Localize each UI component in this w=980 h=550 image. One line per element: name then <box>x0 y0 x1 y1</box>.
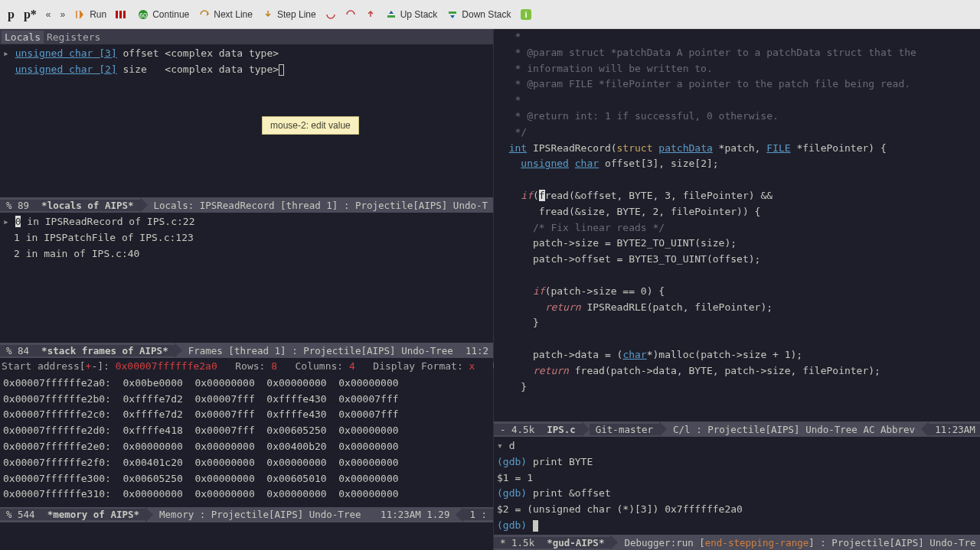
code-pane[interactable]: * * @param struct *patchData A pointer t… <box>494 29 980 421</box>
ml-percent: % 84 <box>0 345 35 356</box>
code-line: int IPSReadRecord(struct patchData *patc… <box>497 141 980 157</box>
break-icon[interactable] <box>116 9 128 20</box>
step-instruction-icon[interactable] <box>325 9 336 20</box>
code-line: } <box>497 379 980 395</box>
continue-icon: 60 <box>137 8 149 21</box>
toolbar: p p* « » Run 60 Continue Next Line Step … <box>0 0 980 29</box>
memory-row: 0x00007ffffffe2a0: 0x00be0000 0x00000000… <box>3 376 493 392</box>
left-caret-icon[interactable]: « <box>46 9 51 20</box>
locals-row[interactable]: unsigned char [2] size <complex data typ… <box>3 62 493 78</box>
code-line: */ <box>497 125 980 141</box>
ml-git: Git-master <box>590 424 659 435</box>
ml-pos: 1 : <box>463 509 493 520</box>
svg-rect-1 <box>119 11 122 18</box>
ml-time: 11:23AM 1.29 <box>929 424 980 435</box>
ml-context: C/l : Projectile[AIPS] Undo-Tree AC Abbr… <box>667 424 921 435</box>
up-stack-button[interactable]: Up Stack <box>385 8 438 21</box>
run-button[interactable]: Run <box>74 8 106 21</box>
edit-value-tooltip: mouse-2: edit value <box>262 116 359 135</box>
memory-config-row: Start address[+-]: 0x00007ffffffe2a0 Row… <box>0 358 493 376</box>
code-line: * @param struct *patchData A pointer to … <box>497 45 980 61</box>
memory-row: 0x00007ffffffe2f0: 0x00401c20 0x00000000… <box>3 455 493 471</box>
code-line <box>497 268 980 284</box>
next-line-label: Next Line <box>214 9 253 20</box>
down-stack-button[interactable]: Down Stack <box>446 8 511 21</box>
svg-rect-2 <box>123 11 126 18</box>
info-icon[interactable]: i <box>520 8 532 21</box>
next-line-icon <box>198 8 211 21</box>
memory-row: 0x00007ffffffe2e0: 0x00000000 0x00000000… <box>3 439 493 455</box>
up-stack-icon <box>385 8 397 21</box>
ml-time: 11:2 <box>459 345 493 356</box>
ml-context: Debugger:run [end-stepping-range] : Proj… <box>618 537 980 548</box>
svg-text:i: i <box>525 10 528 19</box>
step-line-icon <box>262 8 274 21</box>
next-instruction-icon[interactable] <box>345 9 356 20</box>
modeline-gdb: * 1.5k *gud-AIPS* Debugger:run [end-step… <box>494 535 980 550</box>
locals-row[interactable]: ▸ unsigned char [3] offset <complex data… <box>3 46 493 62</box>
finish-icon[interactable] <box>365 9 376 20</box>
memory-row: 0x00007ffffffe2c0: 0xffffe7d2 0x00007fff… <box>3 407 493 423</box>
modeline-stack: % 84 *stack frames of AIPS* Frames [thre… <box>0 343 493 358</box>
code-line: if(fread(&offset, BYTE, 3, filePointer) … <box>497 188 980 204</box>
locals-tabbar: Locals Registers <box>0 29 493 44</box>
down-stack-label: Down Stack <box>462 9 511 20</box>
locals-pane: ▸ unsigned char [3] offset <complex data… <box>0 44 493 197</box>
ml-time: 11:23AM 1.29 <box>374 509 456 520</box>
step-line-label: Step Line <box>277 9 316 20</box>
memory-row: 0x00007ffffffe300: 0x00605250 0x00000000… <box>3 471 493 487</box>
step-line-button[interactable]: Step Line <box>262 8 316 21</box>
code-line: * @param FILE *filePointer a pointer to … <box>497 76 980 93</box>
stack-frame-row[interactable]: 1 in IPSPatchFile of IPS.c:123 <box>3 230 493 246</box>
continue-label: Continue <box>152 9 189 20</box>
right-caret-icon[interactable]: » <box>60 9 66 20</box>
gdb-pane[interactable]: ▾ d (gdb) print BYTE $1 = 1 (gdb) print … <box>494 437 980 535</box>
down-stack-icon <box>446 8 459 21</box>
stack-frame-row[interactable]: 2 in main of IPS.c:40 <box>3 246 493 262</box>
memory-row: 0x00007ffffffe2d0: 0xffffe418 0x00007fff… <box>3 423 493 439</box>
powerline-pstar-icon[interactable]: p* <box>24 8 37 21</box>
ml-title: *gud-AIPS* <box>541 537 610 548</box>
stack-frame-row[interactable]: ▸ 0 in IPSReadRecord of IPS.c:22 <box>3 214 493 230</box>
code-line: fread(&size, BYTE, 2, filePointer)) { <box>497 204 980 220</box>
run-label: Run <box>90 9 106 20</box>
stack-pane: ▸ 0 in IPSReadRecord of IPS.c:22 1 in IP… <box>0 213 493 343</box>
ml-context: Locals: IPSReadRecord [thread 1] : Proje… <box>148 200 493 211</box>
svg-rect-6 <box>449 11 456 14</box>
memory-pane: 0x00007ffffffe2a0: 0x00be0000 0x00000000… <box>0 376 493 507</box>
run-icon <box>74 8 87 21</box>
ml-percent: - 4.5k <box>494 424 541 435</box>
code-line: * <box>497 93 980 109</box>
code-line: * @return int: 1 if successful, 0 otherw… <box>497 109 980 125</box>
tab-locals[interactable]: Locals <box>2 31 44 44</box>
svg-rect-5 <box>387 15 395 18</box>
ml-percent: % 89 <box>0 200 35 211</box>
ml-title: *stack frames of AIPS* <box>35 345 175 356</box>
continue-button[interactable]: 60 Continue <box>137 8 189 21</box>
code-line <box>497 331 980 347</box>
ml-percent: * 1.5k <box>494 537 541 548</box>
code-line: patch->offset = BYTE3_TO_UINT(offset); <box>497 252 980 268</box>
code-line: return IPSReadRLE(patch, filePointer); <box>497 300 980 316</box>
ml-title: *memory of AIPS* <box>41 509 145 520</box>
code-line <box>497 172 980 188</box>
up-stack-label: Up Stack <box>400 9 438 20</box>
ml-context: Memory : Projectile[AIPS] Undo-Tree <box>153 509 367 520</box>
ml-title: IPS.c <box>541 424 582 435</box>
code-line: /* Fix linear reads */ <box>497 220 980 236</box>
code-line: unsigned char offset[3], size[2]; <box>497 156 980 172</box>
ml-percent: % 544 <box>0 509 41 520</box>
code-line: return fread(patch->data, BYTE, patch->s… <box>497 363 980 379</box>
code-line: patch->data = (char*)malloc(patch->size … <box>497 347 980 363</box>
code-line: } <box>497 315 980 331</box>
code-line: patch->size = BYTE2_TO_UINT(size); <box>497 236 980 252</box>
modeline-code: - 4.5k IPS.c Git-master C/l : Projectile… <box>494 421 980 437</box>
svg-text:60: 60 <box>139 11 147 19</box>
memory-row: 0x00007ffffffe310: 0x00000000 0x00000000… <box>3 487 493 503</box>
powerline-p-icon[interactable]: p <box>8 8 15 21</box>
tab-registers[interactable]: Registers <box>44 31 103 44</box>
ml-title: *locals of AIPS* <box>35 200 139 211</box>
ml-context: Frames [thread 1] : Projectile[AIPS] Und… <box>182 345 459 356</box>
code-line: if(patch->size == 0) { <box>497 284 980 300</box>
next-line-button[interactable]: Next Line <box>198 8 253 21</box>
